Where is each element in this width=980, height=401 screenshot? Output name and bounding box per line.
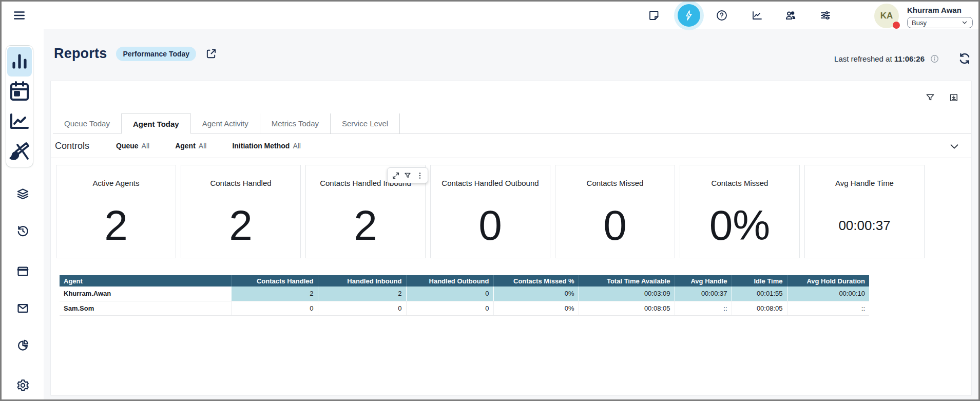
cell-value: :: bbox=[675, 301, 732, 315]
cell-value: 2 bbox=[231, 287, 318, 301]
report-panel: Queue Today Agent Today Agent Activity M… bbox=[50, 81, 972, 395]
preferences-icon[interactable] bbox=[819, 9, 832, 22]
refresh-icon[interactable] bbox=[958, 52, 971, 65]
card-hover-toolbar bbox=[387, 167, 428, 183]
col-handled-inbound[interactable]: Handled Inbound bbox=[318, 275, 406, 287]
card-avg-handle-time[interactable]: Avg Handle Time 00:00:37 bbox=[804, 165, 925, 258]
cell-value: 00:08:05 bbox=[732, 301, 787, 315]
sidebar-item-settings[interactable] bbox=[2, 378, 44, 392]
sidebar-item-trends[interactable] bbox=[7, 106, 32, 136]
bar-chart-icon bbox=[7, 49, 32, 74]
panel-actions bbox=[925, 92, 959, 103]
cell-value: 0% bbox=[493, 287, 579, 301]
sidebar-item-bar-report[interactable] bbox=[7, 47, 32, 77]
sidebar-item-pie[interactable] bbox=[2, 338, 44, 352]
card-title: Contacts Missed bbox=[555, 179, 675, 187]
cell-value: 00:00:37 bbox=[675, 287, 732, 301]
card-value: 2 bbox=[306, 193, 425, 258]
topbar: KA Khurram Awan Busy bbox=[2, 2, 978, 29]
info-icon[interactable] bbox=[930, 54, 939, 64]
metrics-icon[interactable] bbox=[751, 9, 763, 22]
sidebar-report-group bbox=[6, 45, 33, 167]
avatar-initials: KA bbox=[880, 11, 893, 21]
layers-icon bbox=[16, 187, 30, 201]
col-avg-hold-duration[interactable]: Avg Hold Duration bbox=[787, 275, 869, 287]
contacts-icon[interactable] bbox=[784, 9, 797, 22]
filter-agent-label: Agent bbox=[175, 142, 196, 150]
sidebar-item-history[interactable] bbox=[2, 224, 44, 238]
table-row[interactable]: Khurram.Awan 2 2 0 0% 00:03:09 00:00:37 … bbox=[60, 287, 869, 301]
page-title: Reports bbox=[54, 46, 107, 62]
sidebar-item-window[interactable] bbox=[2, 264, 44, 278]
card-value: 0% bbox=[680, 193, 799, 258]
window-icon bbox=[16, 264, 30, 278]
controls-collapse-chevron-icon[interactable] bbox=[949, 141, 960, 152]
cell-value: 0 bbox=[406, 301, 493, 315]
card-value: 0 bbox=[555, 193, 675, 258]
tab-metrics-today[interactable]: Metrics Today bbox=[260, 113, 331, 134]
history-icon bbox=[16, 224, 30, 238]
last-refreshed-time: 11:06:26 bbox=[894, 54, 925, 63]
card-active-agents[interactable]: Active Agents 2 bbox=[56, 165, 176, 258]
controls-bar: Controls QueueAll AgentAll Initiation Me… bbox=[51, 134, 971, 158]
notes-icon[interactable] bbox=[648, 9, 660, 22]
expand-icon[interactable] bbox=[392, 171, 400, 180]
sidebar-item-customize[interactable] bbox=[7, 136, 32, 166]
col-idle-time[interactable]: Idle Time bbox=[732, 275, 787, 287]
sidebar-item-mail[interactable] bbox=[2, 301, 44, 315]
kebab-menu-icon[interactable] bbox=[416, 171, 424, 180]
user-name: Khurram Awan bbox=[907, 6, 962, 14]
filter-agent[interactable]: AgentAll bbox=[175, 142, 206, 150]
table-row[interactable]: Sam.Som 0 0 0 0% 00:08:05 :: 00:08:05 :: bbox=[60, 301, 869, 315]
filter-initiation-method[interactable]: Initiation MethodAll bbox=[232, 142, 301, 150]
download-icon[interactable] bbox=[949, 92, 959, 103]
boost-icon[interactable] bbox=[678, 4, 700, 27]
cell-value: 00:01:55 bbox=[732, 287, 787, 301]
agent-table: Agent Contacts Handled Handled Inbound H… bbox=[60, 275, 869, 316]
tab-service-level[interactable]: Service Level bbox=[331, 113, 400, 134]
col-contacts-missed-pct[interactable]: Contacts Missed % bbox=[493, 275, 579, 287]
cell-value: 00:08:05 bbox=[579, 301, 675, 315]
card-contacts-handled[interactable]: Contacts Handled 2 bbox=[181, 165, 301, 258]
cell-value: :: bbox=[787, 301, 869, 315]
card-title: Contacts Missed bbox=[680, 179, 799, 187]
last-refreshed-text: Last refreshed at 11:06:26 bbox=[834, 54, 925, 63]
col-agent[interactable]: Agent bbox=[60, 275, 231, 287]
card-value: 00:00:37 bbox=[805, 193, 924, 258]
hamburger-menu-icon[interactable] bbox=[12, 9, 26, 22]
card-title: Active Agents bbox=[56, 179, 176, 187]
card-contacts-handled-outbound[interactable]: Contacts Handled Outbound 0 bbox=[430, 165, 550, 258]
line-chart-icon bbox=[7, 109, 32, 133]
card-contacts-missed[interactable]: Contacts Missed 0 bbox=[555, 165, 675, 258]
card-value: 2 bbox=[181, 193, 300, 258]
tab-queue-today[interactable]: Queue Today bbox=[53, 113, 121, 134]
filter-initiation-method-label: Initiation Method bbox=[232, 142, 290, 150]
sidebar bbox=[2, 29, 44, 399]
col-avg-handle[interactable]: Avg Handle bbox=[675, 275, 732, 287]
filter-queue[interactable]: QueueAll bbox=[116, 142, 149, 150]
avatar[interactable]: KA bbox=[874, 4, 899, 28]
cell-agent: Sam.Som bbox=[60, 301, 231, 315]
status-select[interactable]: Busy bbox=[907, 17, 973, 28]
cell-value: 0% bbox=[493, 301, 579, 315]
filter-queue-label: Queue bbox=[116, 142, 139, 150]
card-title: Contacts Handled bbox=[181, 179, 300, 187]
cell-agent: Khurram.Awan bbox=[60, 287, 231, 301]
brush-icon bbox=[7, 139, 32, 163]
pie-chart-icon bbox=[16, 338, 30, 352]
cell-value: 00:00:10 bbox=[787, 287, 869, 301]
col-contacts-handled[interactable]: Contacts Handled bbox=[231, 275, 318, 287]
card-title: Contacts Handled Outbound bbox=[431, 179, 550, 187]
help-icon[interactable] bbox=[716, 9, 728, 22]
col-handled-outbound[interactable]: Handled Outbound bbox=[406, 275, 493, 287]
page-header: Reports Performance Today bbox=[54, 46, 217, 62]
sidebar-item-schedule[interactable] bbox=[7, 77, 32, 106]
external-link-icon[interactable] bbox=[205, 48, 217, 60]
tab-agent-activity[interactable]: Agent Activity bbox=[191, 113, 260, 134]
filter-icon[interactable] bbox=[925, 92, 935, 103]
sidebar-item-layers[interactable] bbox=[2, 187, 44, 201]
tab-agent-today[interactable]: Agent Today bbox=[121, 113, 191, 134]
col-total-time-available[interactable]: Total Time Available bbox=[579, 275, 675, 287]
card-filter-icon[interactable] bbox=[403, 171, 412, 180]
card-contacts-missed-pct[interactable]: Contacts Missed 0% bbox=[680, 165, 800, 258]
